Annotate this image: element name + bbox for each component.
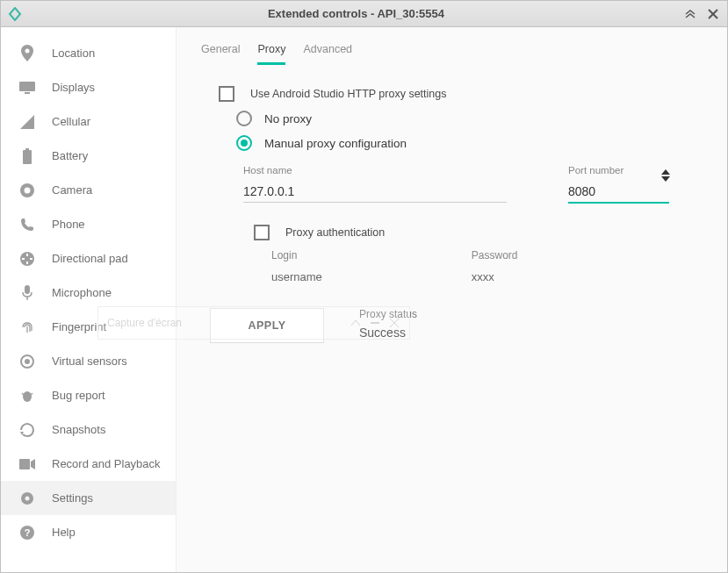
svg-marker-6 [20,115,34,129]
sidebar-item-label: Microphone [52,286,112,299]
password-field: Password xxxx [472,249,518,283]
sidebar-item-bug-report[interactable]: Bug report [1,378,176,412]
sidebar-item-label: Phone [52,218,85,231]
proxy-status-value: Success [359,326,417,340]
content-panel: General Proxy Advanced Use Android Studi… [177,27,727,572]
port-label: Port number [568,165,669,175]
use-android-studio-checkbox[interactable] [219,86,234,102]
port-input[interactable] [568,181,669,204]
tab-general[interactable]: General [201,43,240,65]
svg-rect-5 [25,92,30,94]
sidebar-item-label: Cellular [52,115,90,128]
svg-point-15 [25,359,30,364]
svg-marker-27 [661,176,670,182]
apply-status-row: APPLY Proxy status Success [210,308,703,343]
sidebar-item-camera[interactable]: Camera [1,173,176,207]
window-controls [683,7,720,21]
record-icon [18,455,36,473]
login-value: username [271,267,322,283]
password-value: xxxx [472,267,518,283]
sidebar-item-microphone[interactable]: Microphone [1,276,176,310]
svg-marker-26 [661,169,670,175]
window-body: Location Displays Cellular Battery Camer… [1,27,727,572]
sidebar-item-label: Settings [52,491,93,505]
port-field: Port number [568,165,669,204]
snapshots-icon [18,421,36,439]
svg-marker-0 [10,8,20,20]
tab-advanced[interactable]: Advanced [303,43,352,65]
manual-proxy-label: Manual proxy configuration [264,137,407,150]
use-android-studio-row[interactable]: Use Android Studio HTTP proxy settings [219,86,703,102]
battery-icon [18,147,36,165]
sidebar-item-directional-pad[interactable]: Directional pad [1,241,176,276]
close-button[interactable] [706,7,720,21]
password-label: Password [472,249,518,261]
no-proxy-label: No proxy [264,112,312,125]
host-label: Host name [243,165,507,175]
no-proxy-radio[interactable] [236,111,252,126]
manual-proxy-radio[interactable] [236,135,252,151]
svg-rect-20 [19,459,30,469]
svg-point-16 [23,391,32,402]
tab-proxy[interactable]: Proxy [257,43,285,65]
titlebar: Extended controls - API_30:5554 [1,1,727,27]
sidebar-item-settings[interactable]: Settings [1,481,176,515]
minimize-button[interactable] [683,7,697,21]
displays-icon [18,79,36,97]
no-proxy-radio-row[interactable]: No proxy [236,111,703,126]
svg-rect-8 [23,150,32,164]
camera-icon [18,182,36,199]
sidebar-item-label: Camera [52,183,92,197]
proxy-auth-checkbox[interactable] [254,225,270,240]
sidebar-item-record-playback[interactable]: Record and Playback [1,447,176,481]
sidebar-item-label: Directional pad [52,252,128,265]
apply-button[interactable]: APPLY [210,308,324,343]
sidebar-item-label: Snapshots [52,423,105,436]
settings-tabs: General Proxy Advanced [201,43,703,65]
proxy-mode-group: No proxy Manual proxy configuration [236,111,703,151]
svg-line-18 [31,393,32,395]
fingerprint-icon [18,319,36,336]
sidebar-item-fingerprint[interactable]: Fingerprint [1,310,176,344]
auth-section: Proxy authentication Login username Pass… [254,225,703,283]
sidebar-item-location[interactable]: Location [1,36,176,70]
window: Extended controls - API_30:5554 Location… [0,0,728,573]
svg-text:?: ? [25,527,31,538]
svg-point-10 [25,187,31,193]
gear-icon [18,490,36,507]
sidebar-item-label: Fingerprint [52,320,106,333]
sidebar-item-virtual-sensors[interactable]: Virtual sensors [1,344,176,378]
proxy-status-block: Proxy status Success [359,308,417,340]
microphone-icon [18,284,36,302]
sidebar-item-label: Virtual sensors [52,355,127,368]
proxy-auth-row[interactable]: Proxy authentication [254,225,703,240]
app-icon [8,7,22,21]
svg-rect-4 [19,82,35,91]
sidebar-item-cellular[interactable]: Cellular [1,104,176,139]
manual-proxy-radio-row[interactable]: Manual proxy configuration [236,135,703,151]
sidebar-item-displays[interactable]: Displays [1,70,176,104]
host-field: Host name [243,165,507,204]
proxy-auth-label: Proxy authentication [285,226,385,239]
sidebar-item-phone[interactable]: Phone [1,207,176,241]
svg-point-3 [25,48,30,53]
sidebar-item-snapshots[interactable]: Snapshots [1,412,176,447]
sensors-icon [18,353,36,370]
dpad-icon [18,250,36,268]
host-input[interactable] [243,181,507,203]
help-icon: ? [18,524,36,541]
sidebar-item-label: Help [52,526,76,539]
port-step-down[interactable] [660,175,671,183]
sidebar-item-battery[interactable]: Battery [1,139,176,173]
svg-rect-12 [25,285,30,294]
sidebar-item-label: Location [52,47,95,60]
host-port-row: Host name Port number [243,165,703,204]
sidebar: Location Displays Cellular Battery Camer… [1,27,177,572]
svg-point-23 [25,496,30,500]
port-step-up[interactable] [660,168,671,175]
sidebar-item-label: Bug report [52,389,105,402]
sidebar-item-help[interactable]: ? Help [1,515,176,549]
login-label: Login [271,249,322,261]
svg-line-17 [22,393,24,395]
login-field: Login username [271,249,322,283]
